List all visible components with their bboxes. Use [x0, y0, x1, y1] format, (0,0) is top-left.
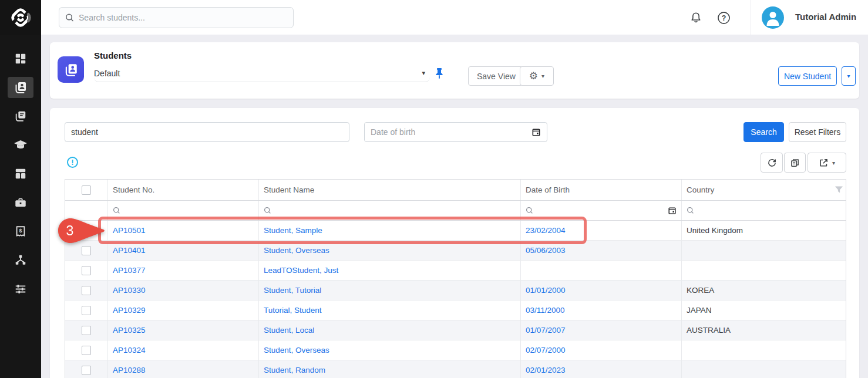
pin-icon: [434, 68, 445, 79]
dob-link[interactable]: 01/01/2000: [526, 286, 566, 295]
search-icon: [65, 13, 74, 22]
sidebar-item-pages[interactable]: [8, 106, 33, 127]
layout-icon: [14, 167, 27, 180]
sidebar-item-boards[interactable]: [8, 163, 33, 184]
student-name-link[interactable]: Tutorial, Student: [264, 306, 322, 315]
student-name-cell: Student, Tutorial: [259, 281, 521, 300]
keyword-filter-input[interactable]: [65, 122, 349, 142]
student-no-cell: AP10288: [108, 360, 259, 378]
dob-cell: [521, 261, 682, 280]
export-icon: [819, 158, 829, 168]
briefcase-icon: [14, 196, 27, 209]
row-checkbox[interactable]: [82, 346, 91, 355]
student-no-link[interactable]: AP10501: [113, 226, 146, 235]
student-no-link[interactable]: AP10325: [113, 326, 146, 335]
sidebar-item-settings[interactable]: [8, 278, 33, 299]
calendar-icon[interactable]: [668, 206, 677, 217]
country-text: AUSTRALIA: [687, 326, 731, 335]
pin-view-button[interactable]: [432, 66, 447, 81]
reset-filters-button[interactable]: Reset Filters: [789, 122, 846, 142]
new-student-dropdown-button[interactable]: ▾: [842, 66, 856, 86]
student-no-link[interactable]: AP10330: [113, 286, 146, 295]
row-checkbox[interactable]: [82, 366, 91, 375]
dob-link[interactable]: 01/07/2007: [526, 326, 566, 335]
global-search-input[interactable]: [79, 13, 287, 22]
sidebar-item-invoices[interactable]: $: [8, 221, 33, 242]
country-cell: JAPAN: [682, 301, 847, 320]
save-view-button[interactable]: Save View: [468, 66, 524, 86]
search-icon: [687, 207, 694, 214]
new-student-button[interactable]: New Student: [778, 66, 837, 86]
user-name[interactable]: Tutorial Admin: [795, 12, 856, 22]
copy-button[interactable]: [784, 153, 806, 173]
table-row: AP10501Student, Sample23/02/2004United K…: [65, 221, 846, 241]
dob-cell: 05/06/2003: [521, 241, 682, 260]
search-button[interactable]: Search: [743, 122, 784, 142]
column-header-student-name[interactable]: Student Name: [264, 185, 314, 194]
student-no-column-filter[interactable]: [108, 201, 259, 220]
calendar-icon[interactable]: [531, 127, 541, 137]
table-row: AP10330Student, Tutorial01/01/2000KOREA: [65, 281, 846, 301]
info-icon[interactable]: !: [67, 157, 78, 168]
dob-link[interactable]: 02/01/2023: [526, 366, 566, 374]
student-name-link[interactable]: Student, Overseas: [264, 346, 329, 355]
column-header-country[interactable]: Country: [687, 185, 714, 194]
refresh-icon: [767, 158, 777, 168]
sidebar-item-jobs[interactable]: [8, 192, 33, 213]
row-checkbox[interactable]: [82, 306, 91, 315]
column-header-dob[interactable]: Date of Birth: [526, 185, 570, 194]
country-column-filter[interactable]: [682, 201, 847, 220]
country-cell: [682, 340, 847, 360]
dob-link[interactable]: 02/07/2000: [526, 346, 566, 355]
view-settings-button[interactable]: ⚙ ▾: [520, 66, 554, 86]
sidebar-item-dashboard[interactable]: [8, 48, 33, 69]
table-row: AP10324Student, Overseas02/07/2000: [65, 340, 846, 360]
dob-link[interactable]: 23/02/2004: [526, 226, 566, 235]
student-no-link[interactable]: AP10377: [113, 266, 146, 275]
dob-link[interactable]: 05/06/2003: [526, 246, 566, 255]
view-selector[interactable]: Default ▾: [94, 65, 430, 82]
student-name-link[interactable]: Student, Tutorial: [264, 286, 321, 295]
student-no-link[interactable]: AP10324: [113, 346, 146, 355]
student-name-column-filter[interactable]: [259, 201, 521, 220]
student-name-link[interactable]: Student, Sample: [264, 226, 322, 235]
svg-text:?: ?: [721, 14, 726, 22]
select-all-checkbox[interactable]: [82, 185, 91, 195]
table-row: AP10329Tutorial, Student03/11/2000JAPAN: [65, 301, 846, 320]
row-checkbox[interactable]: [82, 326, 91, 335]
row-checkbox[interactable]: [82, 246, 91, 255]
column-header-student-no[interactable]: Student No.: [113, 185, 154, 194]
sidebar-item-students[interactable]: [8, 77, 33, 98]
app-logo-icon[interactable]: [0, 0, 41, 35]
student-name-link[interactable]: LeadTOStudent, Just: [264, 266, 338, 275]
student-name-link[interactable]: Student, Random: [264, 366, 325, 374]
student-no-link[interactable]: AP10401: [113, 246, 146, 255]
notifications-bell-icon[interactable]: [688, 9, 704, 26]
student-no-link[interactable]: AP10329: [113, 306, 146, 315]
dob-filter-field[interactable]: [364, 122, 547, 142]
topbar-divider: [751, 0, 751, 35]
help-icon[interactable]: ?: [715, 9, 732, 26]
table-header-row: Student No. Student Name Date of Birth C…: [65, 180, 846, 201]
student-no-link[interactable]: AP10288: [113, 366, 146, 374]
row-checkbox[interactable]: [82, 286, 91, 295]
dob-column-filter[interactable]: [521, 201, 682, 220]
dob-link[interactable]: 03/11/2000: [526, 306, 565, 315]
country-cell: [682, 360, 847, 378]
sidebar-item-agents[interactable]: [8, 249, 33, 271]
student-name-link[interactable]: Student, Local: [264, 326, 314, 335]
refresh-button[interactable]: [761, 153, 783, 173]
filter-funnel-icon[interactable]: [835, 185, 843, 197]
export-button[interactable]: ▾: [808, 153, 846, 173]
row-checkbox[interactable]: [82, 266, 91, 275]
student-name-cell: Student, Overseas: [259, 241, 521, 260]
student-no-cell: AP10330: [108, 281, 259, 300]
copy-icon: [790, 158, 800, 168]
student-no-cell: AP10329: [108, 301, 259, 320]
dob-filter-input[interactable]: [371, 127, 531, 137]
dashboard-icon: [14, 52, 27, 65]
user-avatar[interactable]: [762, 6, 784, 29]
table-row: AP10288Student, Random02/01/2023: [65, 360, 846, 378]
sidebar-item-courses[interactable]: [8, 134, 33, 156]
student-name-link[interactable]: Student, Overseas: [264, 246, 329, 255]
